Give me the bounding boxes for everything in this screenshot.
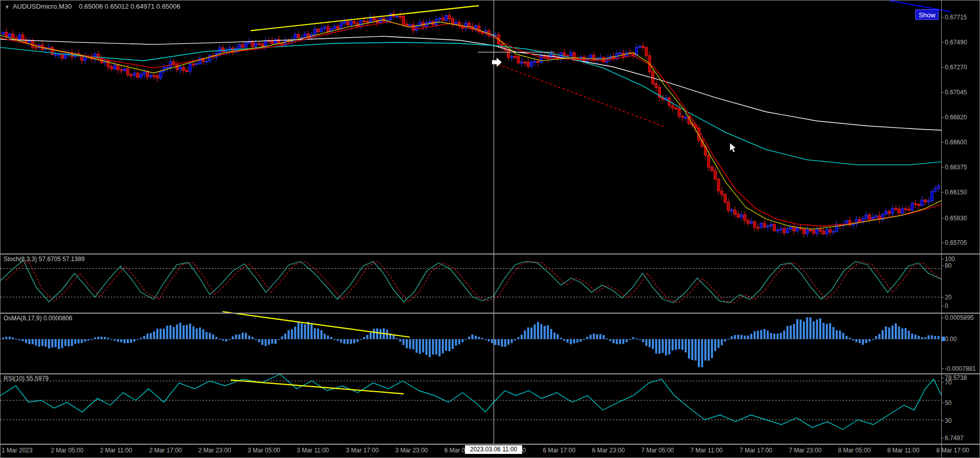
time-axis-label: 6 Mar 23:00	[592, 447, 625, 454]
time-axis-label: 7 Mar 11:00	[691, 447, 723, 454]
stoch-label: Stoch(8,3,3) 57.6705 57.1389	[4, 256, 85, 263]
mouse-cursor	[730, 143, 736, 152]
yellow-trendline-rsi[interactable]	[231, 380, 404, 394]
rsi-line	[1, 374, 941, 429]
rsi-axis-label: 70	[945, 379, 951, 386]
time-axis-label: 7 Mar 17:00	[740, 447, 772, 454]
symbol-timeframe: AUDUSDmicro,M30	[13, 3, 72, 10]
stoch-axis-label: 20	[945, 294, 951, 301]
price-axis-label: 0.66150	[945, 189, 967, 196]
chart-canvas[interactable]	[1, 1, 980, 458]
osma-axis-label: 0.0005895	[945, 314, 974, 321]
pane-separator[interactable]	[1, 253, 980, 255]
price-axis-label: 0.67715	[945, 14, 967, 21]
stoch-main-line	[1, 261, 941, 303]
time-axis-label: 8 Mar 17:00	[937, 447, 969, 454]
time-axis-label: 1 Mar 2023	[2, 447, 33, 454]
pane-separator[interactable]	[1, 313, 980, 314]
price-axis-border	[941, 1, 942, 458]
ma-teal-line	[1, 42, 941, 165]
osma-axis-label: -0.0007881	[945, 365, 976, 372]
time-axis-label: 2 Mar 23:00	[199, 447, 231, 454]
price-axis-label: 0.67045	[945, 89, 967, 96]
chart-title: ▼AUDUSDmicro,M300.65006 0.65012 0.64971 …	[5, 3, 180, 10]
rsi-axis-label: 30	[945, 417, 951, 424]
time-axis-label: 3 Mar 17:00	[346, 447, 379, 454]
time-axis-label: 2 Mar 11:00	[100, 447, 132, 454]
stoch-signal-line	[6, 261, 941, 303]
osma-histogram	[2, 317, 940, 367]
price-axis-label: 0.65705	[945, 239, 967, 246]
moving-averages	[1, 20, 941, 229]
time-axis-label: 3 Mar 05:00	[248, 447, 280, 454]
pane-separator	[1, 444, 980, 445]
ohlc-values: 0.65006 0.65012 0.64971 0.65006	[79, 3, 180, 10]
osma-label: OsMA(8,17,9) 0.0000806	[4, 315, 72, 322]
rsi-axis-label: 50	[945, 399, 951, 406]
symbol-dropdown-icon[interactable]: ▼	[5, 4, 10, 10]
price-axis-label: 0.66600	[945, 139, 967, 146]
osma-axis-label: 0.00	[945, 336, 957, 343]
price-axis-label: 0.67270	[945, 64, 967, 71]
mt4-chart-window: ▼AUDUSDmicro,M300.65006 0.65012 0.64971 …	[0, 0, 980, 458]
red-dashed-trendline	[494, 63, 664, 126]
time-axis-label: 8 Mar 11:00	[887, 447, 919, 454]
time-axis-label: 7 Mar 05:00	[641, 447, 674, 454]
ma-red-line	[1, 22, 941, 226]
price-axis-label: 0.65930	[945, 215, 967, 222]
ma-white-line	[1, 36, 941, 130]
rsi-axis-label: 6.7497	[945, 435, 964, 442]
stoch-axis-label: 0	[945, 302, 948, 310]
price-axis-label: 0.67490	[945, 39, 967, 46]
stoch-axis-label: 80	[945, 262, 951, 269]
time-axis-label: 8 Mar 05:00	[838, 447, 871, 454]
time-axis-label: 3 Mar 11:00	[297, 447, 329, 454]
stoch-axis-label: 100	[945, 256, 955, 263]
show-button[interactable]: Show	[915, 9, 939, 20]
price-axis-label: 0.66375	[945, 164, 967, 171]
rsi-label: RSI(10) 55.5979	[4, 375, 48, 382]
pane-separator[interactable]	[1, 373, 980, 374]
price-axis-label: 0.66820	[945, 114, 967, 121]
time-axis-label: 7 Mar 23:00	[789, 447, 821, 454]
time-axis-label: 2 Mar 17:00	[149, 447, 182, 454]
ma-yellow-line	[1, 20, 941, 229]
time-axis-label: 3 Mar 23:00	[395, 447, 428, 454]
yellow-trendline-main	[251, 6, 479, 31]
vertical-line-object[interactable]	[494, 1, 494, 444]
crosshair-time-box: 2023.03.06 11:00	[465, 445, 522, 454]
time-axis-label: 2 Mar 05:00	[51, 447, 83, 454]
yellow-trendline-osma[interactable]	[223, 312, 410, 337]
time-axis-label: 6 Mar 17:00	[543, 447, 575, 454]
